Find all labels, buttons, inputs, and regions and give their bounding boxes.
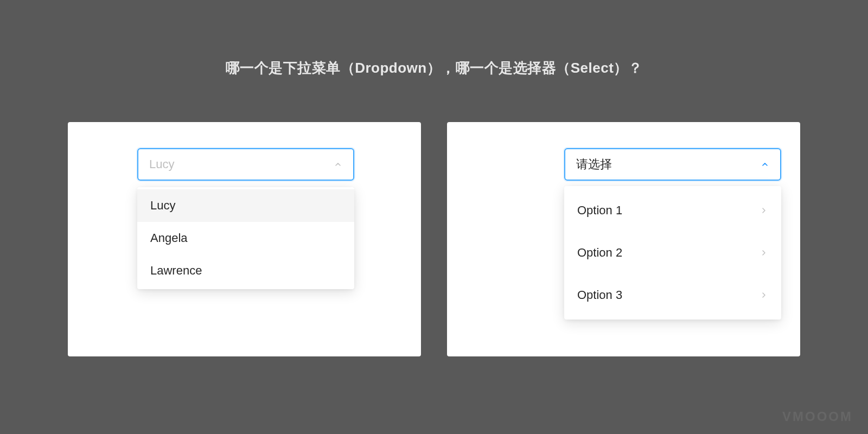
- option-label: Option 2: [577, 246, 622, 260]
- chevron-up-icon: [334, 160, 342, 169]
- option-label: Lucy: [150, 199, 175, 213]
- dropdown-option[interactable]: Option 3: [564, 274, 781, 316]
- dropdown-popup-left: Lucy Angela Lawrence: [137, 187, 354, 289]
- page-heading: 哪一个是下拉菜单（Dropdown），哪一个是选择器（Select）？: [0, 59, 868, 78]
- panels-row: Lucy Lucy Angela Lawrence 请选择: [68, 122, 800, 356]
- panel-left: Lucy Lucy Angela Lawrence: [68, 122, 421, 356]
- dropdown-option[interactable]: Option 2: [564, 232, 781, 274]
- chevron-right-icon: [760, 248, 768, 257]
- dropdown-popup-right: Option 1 Option 2 Option 3: [564, 186, 781, 320]
- chevron-right-icon: [760, 206, 768, 215]
- option-label: Angela: [150, 231, 188, 245]
- select-control-right[interactable]: 请选择: [564, 148, 781, 181]
- option-label: Lawrence: [150, 264, 202, 278]
- dropdown-option[interactable]: Lucy: [137, 189, 354, 222]
- dropdown-option[interactable]: Angela: [137, 222, 354, 254]
- option-label: Option 1: [577, 203, 622, 218]
- chevron-right-icon: [760, 291, 768, 299]
- select-control-left[interactable]: Lucy: [137, 148, 354, 181]
- option-label: Option 3: [577, 288, 622, 302]
- panel-right: 请选择 Option 1 Option 2 Option 3: [447, 122, 800, 356]
- select-value-right: 请选择: [576, 156, 612, 173]
- chevron-up-icon: [761, 160, 769, 169]
- dropdown-option[interactable]: Option 1: [564, 189, 781, 232]
- dropdown-option[interactable]: Lawrence: [137, 254, 354, 287]
- watermark: VMOOOM: [782, 409, 853, 424]
- select-value-left: Lucy: [149, 157, 174, 171]
